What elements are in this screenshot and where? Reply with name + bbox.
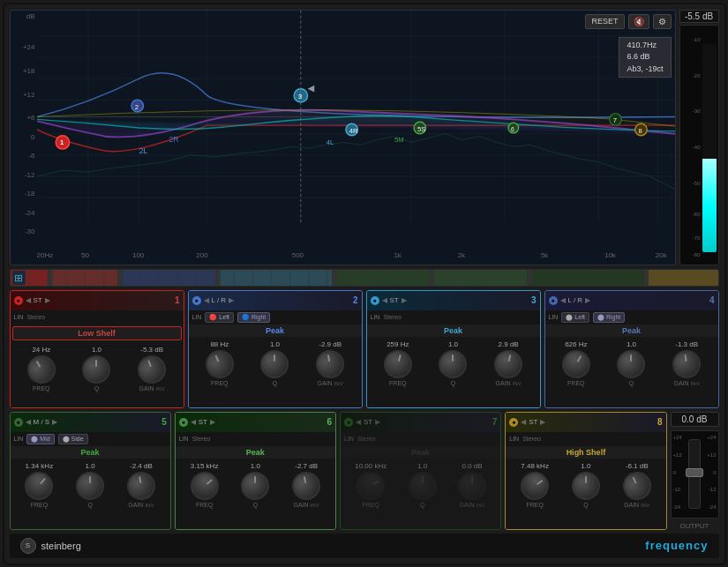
ch6-power-btn[interactable]: ● (179, 418, 188, 427)
ch4-q-label: Q (629, 380, 634, 386)
ch2-gain-knob[interactable] (313, 347, 347, 381)
piano-strip[interactable]: ⊞ (10, 269, 719, 287)
ch5-freq-val: 1.34 kHz (26, 462, 54, 471)
ch8-q-knob[interactable] (572, 472, 600, 500)
ch3-q-knob[interactable] (439, 350, 467, 378)
ch2-q-knob[interactable] (260, 350, 289, 378)
freq-500: 500 (292, 251, 304, 259)
ch8-freq-knob[interactable] (515, 466, 555, 506)
ch2-power-btn[interactable]: ● (192, 296, 201, 305)
ch2-right-btn[interactable]: 🔵 Right (237, 312, 270, 323)
ch3-nav-right[interactable]: ▶ (402, 296, 407, 304)
ch1-power-btn[interactable]: ● (14, 296, 23, 305)
output-fader-thumb[interactable] (686, 468, 703, 477)
ch7-freq-knob[interactable] (351, 466, 390, 505)
ch6-gain-label: GAIN (294, 502, 309, 508)
ch4-gain-label: GAIN (674, 380, 689, 386)
meter-fill (702, 159, 717, 252)
ch6-nav-right[interactable]: ▶ (210, 418, 215, 426)
ch8-nav-right[interactable]: ▶ (540, 418, 545, 426)
tooltip-freq: 410.7Hz (627, 40, 663, 52)
ch7-nav-right[interactable]: ▶ (375, 418, 380, 426)
ch5-side-btn[interactable]: ⬤ Side (58, 434, 88, 444)
ch3-mode-sub: Stereo (383, 314, 402, 320)
freq-20k: 20k (656, 251, 667, 259)
ch7-q-knob[interactable] (409, 472, 437, 500)
ch1-header: ● ◀ ST ▶ 1 (11, 291, 184, 310)
ch4-nav-left[interactable]: ◀ (560, 296, 566, 304)
ch3-lin: LIN (371, 314, 380, 320)
ch4-left-btn[interactable]: ⬤ Left (561, 312, 589, 323)
ch1-freq-knob[interactable] (22, 350, 61, 389)
ch4-freq-knob[interactable] (557, 345, 596, 384)
ch8-gain-knob[interactable] (618, 467, 656, 505)
ch7-gain-label: GAIN (459, 502, 474, 508)
ch8-gain-label: GAIN (624, 502, 639, 508)
ch4-freq-val: 626 Hz (565, 340, 587, 349)
ch3-freq-knob[interactable] (380, 347, 415, 381)
ch7-lin: LIN (344, 436, 354, 442)
ch5-mid-btn[interactable]: ⬤ Mid (26, 434, 54, 444)
ch4-num: 4 (709, 295, 715, 305)
ch8-nav-left[interactable]: ◀ (521, 418, 526, 426)
ch3-gain-group: 2.9 dB GAIN INV (494, 340, 522, 387)
out-scale-n12: -12 (673, 487, 681, 492)
db-label-n24: -24 (25, 209, 35, 217)
ch4-nav-right[interactable]: ▶ (585, 296, 590, 304)
ch6-freq-knob[interactable] (184, 466, 224, 506)
ch3-nav-left[interactable]: ◀ (382, 296, 387, 304)
settings-button[interactable]: ⚙ (653, 14, 672, 29)
ch5-freq-knob[interactable] (19, 466, 59, 506)
ch8-power-btn[interactable]: ● (509, 418, 518, 427)
ch4-q-knob[interactable] (617, 350, 645, 378)
ch7-freq-label: FREQ (362, 502, 379, 508)
ch7-nav-left[interactable]: ◀ (356, 418, 361, 426)
db-label-18: +18 (23, 67, 35, 75)
ch1-gain-knob[interactable] (134, 352, 170, 388)
ch1-q-knob[interactable] (82, 355, 110, 384)
tooltip-note: Ab3, -19ct (627, 63, 663, 76)
ch6-q-knob[interactable] (241, 472, 269, 500)
ch5-gain-knob[interactable] (124, 470, 157, 503)
ch4-mode: L / R (568, 296, 583, 304)
bottom-bar: S steinberg frequency (10, 533, 719, 558)
ch3-freq-val: 259 Hz (387, 340, 409, 349)
output-db-label: 0.0 dB (671, 412, 719, 427)
ch7-body: Peak 10.00 kHz FREQ 1.0 Q 0.0 dB (341, 446, 500, 529)
reset-button[interactable]: RESET (585, 14, 624, 29)
out-scale-0: 0 (673, 470, 676, 475)
ch5-power-btn[interactable]: ● (14, 418, 23, 427)
ch2-freq-group: 88 Hz FREQ (206, 340, 234, 387)
db-scale-20: -20 (693, 73, 701, 78)
ch1-nav-right[interactable]: ▶ (45, 296, 50, 304)
ch5-q-knob[interactable] (76, 472, 104, 500)
ch2-nav-right[interactable]: ▶ (229, 296, 234, 304)
output-fader-track[interactable] (688, 439, 701, 508)
ch5-subheader: LIN ⬤ Mid ⬤ Side (11, 432, 170, 446)
db-label-n18: -18 (25, 190, 35, 198)
ch1-nav-left[interactable]: ◀ (26, 296, 31, 304)
ch7-gain-knob[interactable] (458, 472, 486, 500)
svg-rect-46 (220, 269, 332, 287)
ch8-freq-label: FREQ (526, 502, 543, 508)
ch3-power-btn[interactable]: ● (371, 296, 379, 305)
ch4-right-btn[interactable]: ⬤ Right (593, 312, 625, 323)
ch7-power-btn[interactable]: ● (344, 418, 353, 427)
speaker-button[interactable]: 🔇 (628, 14, 649, 29)
ch2-left-btn[interactable]: 🔴 Left (205, 312, 234, 323)
tooltip-gain: 6.6 dB (627, 51, 663, 63)
ch2-freq-knob[interactable] (201, 346, 239, 384)
ch3-knob-row: 259 Hz FREQ 1.0 Q 2.9 dB GAIN (367, 337, 540, 387)
ch4-gain-knob[interactable] (671, 348, 702, 380)
ch2-num: 2 (353, 295, 358, 305)
ch2-nav-left[interactable]: ◀ (204, 296, 209, 304)
ch5-q-group: 1.0 Q (76, 462, 104, 509)
ch6-nav-left[interactable]: ◀ (191, 418, 196, 426)
ch4-power-btn[interactable]: ● (549, 296, 558, 305)
eq-svg[interactable]: 2R 2L 1 2 3 4R (37, 11, 675, 223)
ch3-gain-knob[interactable] (492, 347, 525, 381)
ch5-nav-right[interactable]: ▶ (52, 418, 57, 426)
freq-prefix: freq (645, 539, 671, 552)
ch5-nav-left[interactable]: ◀ (26, 418, 31, 426)
ch6-gain-knob[interactable] (289, 469, 323, 503)
